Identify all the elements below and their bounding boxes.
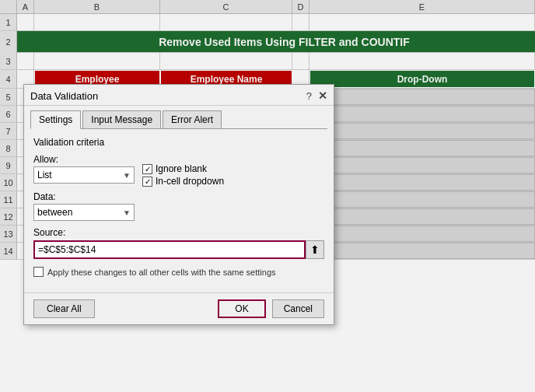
ignore-blank-label: Ignore blank [156, 163, 207, 174]
dialog-title-bar: Data Validation ? ✕ [24, 85, 334, 106]
source-input-row: ⬆ [33, 240, 324, 259]
collapse-button[interactable]: ⬆ [306, 240, 324, 259]
data-label: Data: [33, 191, 324, 202]
source-input[interactable] [33, 240, 306, 259]
data-dropdown-arrow: ▼ [123, 208, 131, 217]
allow-dropdown[interactable]: List ▼ [33, 166, 135, 184]
tab-error-alert[interactable]: Error Alert [163, 110, 222, 128]
dialog-content: Validation criteria Allow: List ▼ Ignore… [24, 129, 334, 292]
incell-dropdown-row: In-cell dropdown [142, 176, 224, 187]
source-row: Source: ⬆ [33, 227, 324, 259]
checkboxes: Ignore blank In-cell dropdown [142, 163, 224, 187]
validation-criteria-label: Validation criteria [33, 137, 324, 148]
data-row: Data: between ▼ [33, 191, 324, 221]
ignore-blank-checkbox[interactable] [142, 164, 152, 174]
data-dropdown[interactable]: between ▼ [33, 204, 135, 221]
help-icon[interactable]: ? [306, 90, 312, 102]
allow-row: Allow: List ▼ Ignore blank In-cell dropd… [33, 151, 324, 187]
cancel-button[interactable]: Cancel [272, 299, 324, 318]
apply-row: Apply these changes to all other cells w… [33, 267, 324, 277]
ok-button[interactable]: OK [218, 299, 265, 318]
dialog-controls: ? ✕ [306, 89, 327, 102]
dialog-title: Data Validation [30, 90, 98, 102]
footer-right-buttons: OK Cancel [218, 299, 324, 318]
collapse-icon: ⬆ [310, 243, 320, 256]
dialog-footer: Clear All OK Cancel [24, 292, 334, 324]
allow-dropdown-arrow: ▼ [123, 171, 131, 180]
incell-dropdown-checkbox[interactable] [142, 177, 152, 187]
close-button[interactable]: ✕ [318, 89, 327, 102]
data-validation-dialog: Data Validation ? ✕ Settings Input Messa… [23, 84, 334, 325]
tab-input-message[interactable]: Input Message [82, 110, 161, 128]
incell-dropdown-label: In-cell dropdown [156, 176, 224, 187]
source-label: Source: [33, 227, 324, 238]
dialog-tabs: Settings Input Message Error Alert [24, 106, 334, 128]
tab-settings[interactable]: Settings [30, 110, 81, 129]
ignore-blank-row: Ignore blank [142, 163, 224, 174]
apply-checkbox[interactable] [33, 267, 44, 277]
allow-label: Allow: [33, 154, 135, 165]
apply-label: Apply these changes to all other cells w… [47, 268, 276, 277]
clear-all-button[interactable]: Clear All [33, 299, 95, 318]
